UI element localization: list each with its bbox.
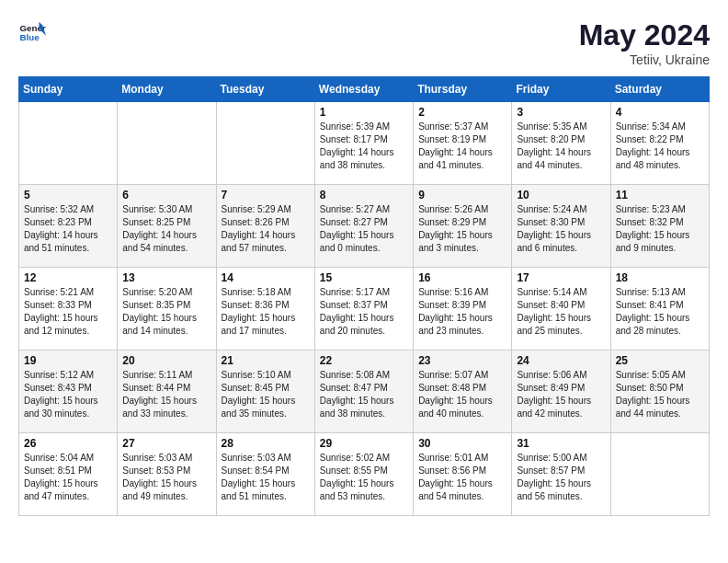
weekday-header-friday: Friday: [512, 77, 610, 102]
day-cell-19: 19Sunrise: 5:12 AM Sunset: 8:43 PM Dayli…: [19, 350, 118, 433]
empty-cell: [610, 433, 709, 516]
day-number: 18: [616, 271, 704, 284]
day-cell-28: 28Sunrise: 5:03 AM Sunset: 8:54 PM Dayli…: [216, 433, 314, 516]
day-cell-20: 20Sunrise: 5:11 AM Sunset: 8:44 PM Dayli…: [118, 350, 216, 433]
day-cell-1: 1Sunrise: 5:39 AM Sunset: 8:17 PM Daylig…: [314, 102, 413, 185]
day-number: 9: [418, 189, 506, 201]
day-number: 17: [517, 271, 605, 284]
empty-cell: [216, 102, 314, 185]
day-info: Sunrise: 5:03 AM Sunset: 8:53 PM Dayligh…: [122, 452, 210, 503]
empty-cell: [19, 102, 118, 185]
day-info: Sunrise: 5:11 AM Sunset: 8:44 PM Dayligh…: [122, 369, 210, 420]
day-number: 29: [320, 437, 408, 450]
weekday-header-saturday: Saturday: [610, 77, 709, 102]
weekday-header-row: SundayMondayTuesdayWednesdayThursdayFrid…: [19, 77, 710, 102]
day-info: Sunrise: 5:34 AM Sunset: 8:22 PM Dayligh…: [616, 121, 704, 172]
week-row-1: 1Sunrise: 5:39 AM Sunset: 8:17 PM Daylig…: [19, 102, 710, 185]
day-info: Sunrise: 5:00 AM Sunset: 8:57 PM Dayligh…: [517, 452, 605, 503]
day-cell-31: 31Sunrise: 5:00 AM Sunset: 8:57 PM Dayli…: [512, 433, 610, 516]
day-info: Sunrise: 5:32 AM Sunset: 8:23 PM Dayligh…: [24, 203, 112, 255]
day-number: 10: [517, 189, 605, 201]
day-cell-6: 6Sunrise: 5:30 AM Sunset: 8:25 PM Daylig…: [118, 185, 216, 268]
logo: General Blue: [18, 18, 46, 46]
day-number: 13: [122, 271, 210, 284]
day-number: 21: [222, 354, 310, 367]
day-info: Sunrise: 5:02 AM Sunset: 8:55 PM Dayligh…: [320, 452, 408, 503]
day-number: 7: [222, 189, 310, 201]
day-info: Sunrise: 5:08 AM Sunset: 8:47 PM Dayligh…: [320, 369, 408, 420]
day-info: Sunrise: 5:04 AM Sunset: 8:51 PM Dayligh…: [24, 452, 112, 503]
day-number: 22: [320, 354, 408, 367]
day-cell-10: 10Sunrise: 5:24 AM Sunset: 8:30 PM Dayli…: [512, 185, 610, 268]
day-number: 1: [320, 106, 408, 119]
page-header: General Blue May 2024 Tetiiv, Ukraine: [18, 18, 710, 67]
day-cell-9: 9Sunrise: 5:26 AM Sunset: 8:29 PM Daylig…: [414, 185, 512, 268]
day-cell-2: 2Sunrise: 5:37 AM Sunset: 8:19 PM Daylig…: [414, 102, 512, 185]
day-cell-25: 25Sunrise: 5:05 AM Sunset: 8:50 PM Dayli…: [610, 350, 709, 433]
day-number: 19: [24, 354, 112, 367]
weekday-header-sunday: Sunday: [19, 77, 118, 102]
day-number: 8: [320, 189, 408, 201]
logo-icon: General Blue: [18, 18, 46, 46]
day-number: 3: [517, 106, 605, 119]
day-number: 14: [222, 271, 310, 284]
day-cell-8: 8Sunrise: 5:27 AM Sunset: 8:27 PM Daylig…: [314, 185, 413, 268]
day-info: Sunrise: 5:06 AM Sunset: 8:49 PM Dayligh…: [517, 369, 605, 420]
day-cell-5: 5Sunrise: 5:32 AM Sunset: 8:23 PM Daylig…: [19, 185, 118, 268]
day-info: Sunrise: 5:20 AM Sunset: 8:35 PM Dayligh…: [122, 286, 210, 338]
day-info: Sunrise: 5:24 AM Sunset: 8:30 PM Dayligh…: [517, 203, 605, 255]
day-cell-23: 23Sunrise: 5:07 AM Sunset: 8:48 PM Dayli…: [414, 350, 512, 433]
day-info: Sunrise: 5:12 AM Sunset: 8:43 PM Dayligh…: [24, 369, 112, 420]
day-info: Sunrise: 5:10 AM Sunset: 8:45 PM Dayligh…: [222, 369, 310, 420]
day-cell-30: 30Sunrise: 5:01 AM Sunset: 8:56 PM Dayli…: [414, 433, 512, 516]
location: Tetiiv, Ukraine: [579, 52, 710, 67]
day-number: 5: [24, 189, 112, 201]
day-info: Sunrise: 5:39 AM Sunset: 8:17 PM Dayligh…: [320, 121, 408, 172]
day-number: 20: [122, 354, 210, 367]
day-number: 26: [24, 437, 112, 450]
day-cell-18: 18Sunrise: 5:13 AM Sunset: 8:41 PM Dayli…: [610, 268, 709, 350]
day-info: Sunrise: 5:05 AM Sunset: 8:50 PM Dayligh…: [616, 369, 704, 420]
day-number: 6: [122, 189, 210, 201]
day-cell-13: 13Sunrise: 5:20 AM Sunset: 8:35 PM Dayli…: [118, 268, 216, 350]
day-number: 12: [24, 271, 112, 284]
day-cell-12: 12Sunrise: 5:21 AM Sunset: 8:33 PM Dayli…: [19, 268, 118, 350]
day-cell-7: 7Sunrise: 5:29 AM Sunset: 8:26 PM Daylig…: [216, 185, 314, 268]
day-cell-27: 27Sunrise: 5:03 AM Sunset: 8:53 PM Dayli…: [118, 433, 216, 516]
day-info: Sunrise: 5:14 AM Sunset: 8:40 PM Dayligh…: [517, 286, 605, 338]
day-cell-29: 29Sunrise: 5:02 AM Sunset: 8:55 PM Dayli…: [314, 433, 413, 516]
day-info: Sunrise: 5:37 AM Sunset: 8:19 PM Dayligh…: [418, 121, 506, 172]
week-row-3: 12Sunrise: 5:21 AM Sunset: 8:33 PM Dayli…: [19, 268, 710, 350]
title-block: May 2024 Tetiiv, Ukraine: [579, 18, 710, 67]
day-cell-4: 4Sunrise: 5:34 AM Sunset: 8:22 PM Daylig…: [610, 102, 709, 185]
day-number: 30: [418, 437, 506, 450]
day-info: Sunrise: 5:13 AM Sunset: 8:41 PM Dayligh…: [616, 286, 704, 338]
day-info: Sunrise: 5:29 AM Sunset: 8:26 PM Dayligh…: [222, 203, 310, 255]
day-cell-16: 16Sunrise: 5:16 AM Sunset: 8:39 PM Dayli…: [414, 268, 512, 350]
day-info: Sunrise: 5:21 AM Sunset: 8:33 PM Dayligh…: [24, 286, 112, 338]
week-row-5: 26Sunrise: 5:04 AM Sunset: 8:51 PM Dayli…: [19, 433, 710, 516]
month-year: May 2024: [579, 18, 710, 52]
day-cell-22: 22Sunrise: 5:08 AM Sunset: 8:47 PM Dayli…: [314, 350, 413, 433]
day-number: 27: [122, 437, 210, 450]
day-number: 23: [418, 354, 506, 367]
day-info: Sunrise: 5:17 AM Sunset: 8:37 PM Dayligh…: [320, 286, 408, 338]
day-info: Sunrise: 5:01 AM Sunset: 8:56 PM Dayligh…: [418, 452, 506, 503]
day-number: 24: [517, 354, 605, 367]
svg-text:Blue: Blue: [20, 32, 40, 42]
day-info: Sunrise: 5:27 AM Sunset: 8:27 PM Dayligh…: [320, 203, 408, 255]
day-number: 28: [222, 437, 310, 450]
weekday-header-thursday: Thursday: [414, 77, 512, 102]
day-number: 16: [418, 271, 506, 284]
day-info: Sunrise: 5:35 AM Sunset: 8:20 PM Dayligh…: [517, 121, 605, 172]
day-number: 2: [418, 106, 506, 119]
day-cell-3: 3Sunrise: 5:35 AM Sunset: 8:20 PM Daylig…: [512, 102, 610, 185]
weekday-header-tuesday: Tuesday: [216, 77, 314, 102]
day-cell-21: 21Sunrise: 5:10 AM Sunset: 8:45 PM Dayli…: [216, 350, 314, 433]
calendar-table: SundayMondayTuesdayWednesdayThursdayFrid…: [18, 76, 710, 516]
day-info: Sunrise: 5:23 AM Sunset: 8:32 PM Dayligh…: [616, 203, 704, 255]
day-cell-15: 15Sunrise: 5:17 AM Sunset: 8:37 PM Dayli…: [314, 268, 413, 350]
day-number: 15: [320, 271, 408, 284]
day-info: Sunrise: 5:16 AM Sunset: 8:39 PM Dayligh…: [418, 286, 506, 338]
day-number: 25: [616, 354, 704, 367]
